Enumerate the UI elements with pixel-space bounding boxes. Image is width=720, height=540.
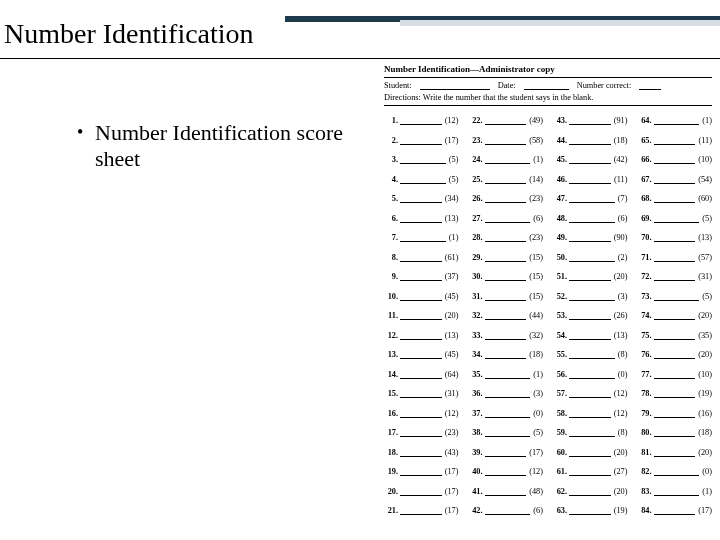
answer-key: (17) [698,506,712,515]
item-number: 60. [553,448,567,457]
answer-blank [654,194,696,203]
answer-key: (6) [533,214,543,223]
answer-blank [569,370,615,379]
item-number: 24. [469,155,483,164]
score-cell: 72.(31) [638,272,713,281]
answer-blank [569,116,611,125]
answer-key: (64) [445,370,459,379]
answer-key: (54) [698,175,712,184]
answer-key: (13) [614,331,628,340]
answer-blank [569,175,611,184]
answer-blank [569,350,615,359]
answer-key: (13) [698,233,712,242]
answer-key: (2) [618,253,628,262]
answer-key: (31) [445,389,459,398]
item-number: 3. [384,155,398,164]
answer-key: (32) [529,331,543,340]
item-number: 37. [469,409,483,418]
answer-key: (11) [614,175,628,184]
score-cell: 22.(49) [469,116,544,125]
answer-blank [485,428,531,437]
answer-blank [400,467,442,476]
item-number: 81. [638,448,652,457]
answer-blank [400,155,446,164]
answer-blank [400,487,442,496]
item-number: 33. [469,331,483,340]
answer-key: (1) [702,116,712,125]
item-number: 22. [469,116,483,125]
answer-blank [485,292,527,301]
score-cell: 58.(12) [553,409,628,418]
item-number: 66. [638,155,652,164]
answer-blank [400,233,446,242]
item-number: 56. [553,370,567,379]
score-cell: 42.(6) [469,506,544,515]
item-number: 35. [469,370,483,379]
answer-key: (61) [445,253,459,262]
score-cell: 12.(13) [384,331,459,340]
answer-blank [485,487,527,496]
score-cell: 71.(57) [638,253,713,262]
score-cell: 81.(20) [638,448,713,457]
answer-blank [400,448,442,457]
score-cell: 41.(48) [469,487,544,496]
answer-blank [485,370,531,379]
answer-key: (13) [445,214,459,223]
answer-blank [400,311,442,320]
item-number: 78. [638,389,652,398]
score-cell: 69.(5) [638,214,713,223]
item-number: 14. [384,370,398,379]
score-cell: 47.(7) [553,194,628,203]
answer-key: (5) [449,155,459,164]
item-number: 8. [384,253,398,262]
item-number: 36. [469,389,483,398]
item-number: 44. [553,136,567,145]
answer-blank [485,409,531,418]
score-cell: 36.(3) [469,389,544,398]
answer-blank [485,448,527,457]
answer-key: (8) [618,428,628,437]
answer-blank [485,331,527,340]
item-number: 53. [553,311,567,320]
score-cell: 32.(44) [469,311,544,320]
answer-key: (20) [614,272,628,281]
answer-key: (19) [698,389,712,398]
answer-key: (35) [698,331,712,340]
item-number: 16. [384,409,398,418]
answer-blank [569,409,611,418]
answer-blank [485,194,527,203]
answer-blank [485,389,531,398]
answer-blank [400,272,442,281]
answer-key: (0) [533,409,543,418]
item-number: 72. [638,272,652,281]
correct-blank [639,81,661,90]
score-cell: 9.(37) [384,272,459,281]
item-number: 47. [553,194,567,203]
answer-key: (5) [533,428,543,437]
item-number: 70. [638,233,652,242]
answer-blank [485,155,531,164]
answer-key: (15) [529,292,543,301]
answer-key: (1) [449,233,459,242]
item-number: 41. [469,487,483,496]
sheet-grid: 1.(12)22.(49)43.(91)64.(1)2.(17)23.(58)4… [378,106,718,515]
score-cell: 15.(31) [384,389,459,398]
answer-blank [400,506,442,515]
answer-blank [654,233,696,242]
score-cell: 33.(32) [469,331,544,340]
score-cell: 63.(19) [553,506,628,515]
answer-key: (17) [445,136,459,145]
answer-key: (20) [698,448,712,457]
score-cell: 29.(15) [469,253,544,262]
answer-blank [569,194,615,203]
answer-key: (1) [533,155,543,164]
score-cell: 2.(17) [384,136,459,145]
score-cell: 44.(18) [553,136,628,145]
item-number: 74. [638,311,652,320]
answer-key: (1) [702,487,712,496]
decor-bar-light [400,20,720,26]
answer-blank [654,467,700,476]
item-number: 58. [553,409,567,418]
answer-blank [400,292,442,301]
answer-key: (23) [529,233,543,242]
